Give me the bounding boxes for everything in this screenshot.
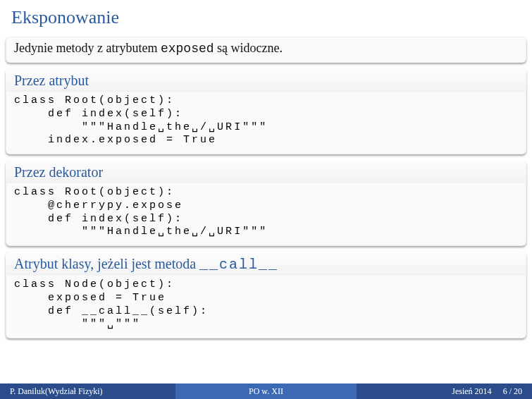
block-class-attr: Atrybut klasy, jeżeli jest metoda __call…: [6, 252, 526, 338]
footer-term: Jesień 2014: [452, 386, 491, 397]
intro-text-after: są widoczne.: [214, 41, 283, 55]
block-decorator-code: class Root(object): @cherrypy.expose def…: [6, 183, 526, 246]
block-class-attr-code: class Node(object): exposed = True def _…: [6, 276, 526, 338]
intro-text: Jedynie metody z atrybutem exposed są wi…: [6, 37, 526, 63]
intro-block: Jedynie metody z atrybutem exposed są wi…: [6, 37, 526, 63]
slide-title: Eksponowanie: [0, 0, 532, 34]
footer-page: 6 / 20: [503, 386, 522, 397]
footer-right: Jesień 2014 6 / 20: [357, 383, 532, 399]
footer-author: P. Daniluk(Wydział Fizyki): [0, 383, 175, 399]
block-attribute: Przez atrybut class Root(object): def in…: [6, 68, 526, 154]
intro-text-before: Jedynie metody z atrybutem: [14, 41, 161, 55]
block-decorator: Przez dekorator class Root(object): @che…: [6, 160, 526, 246]
footer-center: PO w. XII: [175, 383, 357, 399]
intro-text-code: exposed: [161, 42, 214, 56]
block3-header-before: Atrybut klasy, jeżeli jest metoda: [14, 256, 199, 271]
footer: P. Daniluk(Wydział Fizyki) PO w. XII Jes…: [0, 383, 532, 399]
block-decorator-header: Przez dekorator: [6, 160, 526, 183]
block-class-attr-header: Atrybut klasy, jeżeli jest metoda __call…: [6, 252, 526, 276]
block-attribute-header: Przez atrybut: [6, 68, 526, 92]
block3-header-code: __call__: [199, 257, 278, 273]
block-attribute-code: class Root(object): def index(self): """…: [6, 92, 526, 154]
